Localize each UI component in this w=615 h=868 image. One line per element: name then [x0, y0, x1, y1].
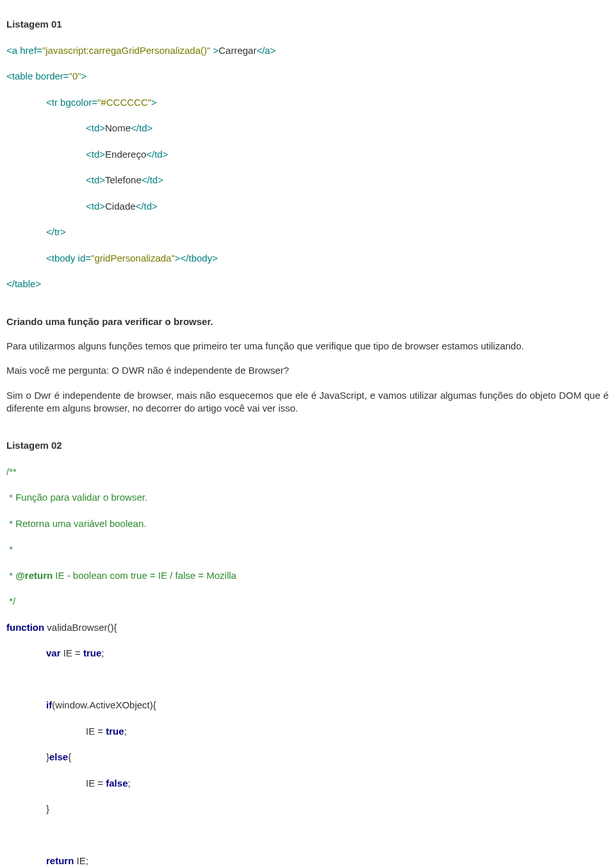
code-line: </table>	[6, 278, 609, 290]
code-line: IE = false;	[6, 777, 609, 790]
code-line: return IE;	[6, 855, 609, 867]
code-line: </tr>	[6, 226, 609, 238]
code-line: <td>Endereço</td>	[6, 148, 609, 161]
section-heading: Criando uma função para verificar o brow…	[6, 315, 609, 328]
code-line: <tbody id="gridPersonalizada"></tbody>	[6, 252, 609, 265]
code-line: }	[6, 803, 609, 815]
code-line: *	[6, 543, 609, 556]
code-line: <td>Nome</td>	[6, 122, 609, 135]
code-line: <tr bgcolor="#CCCCCC">	[6, 96, 609, 109]
listing1-title: Listagem 01	[6, 18, 609, 31]
code-line: function validaBrowser(){	[6, 621, 609, 634]
code-line: <td>Cidade</td>	[6, 200, 609, 213]
paragraph: Para utilizarmos alguns funções temos qu…	[6, 340, 609, 353]
paragraph: Sim o Dwr é independente de browser, mai…	[6, 389, 609, 415]
code-line: <a href="javascript:carregaGridPersonali…	[6, 44, 609, 57]
code-line: <td>Telefone</td>	[6, 174, 609, 187]
code-line: /**	[6, 465, 609, 478]
paragraph: Mais você me pergunta: O DWR não é indep…	[6, 364, 609, 377]
listing2-title: Listagem 02	[6, 439, 609, 452]
code-line: IE = true;	[6, 725, 609, 738]
code-line: * Função para validar o browser.	[6, 491, 609, 504]
code-line: if(window.ActiveXObject){	[6, 699, 609, 712]
code-line: */	[6, 595, 609, 608]
code-line: }else{	[6, 751, 609, 764]
code-line: var IE = true;	[6, 647, 609, 660]
code-line: * @return IE - boolean com true = IE / f…	[6, 569, 609, 582]
code-line: <table border="0">	[6, 70, 609, 83]
code-line: * Retorna uma variável boolean.	[6, 517, 609, 530]
